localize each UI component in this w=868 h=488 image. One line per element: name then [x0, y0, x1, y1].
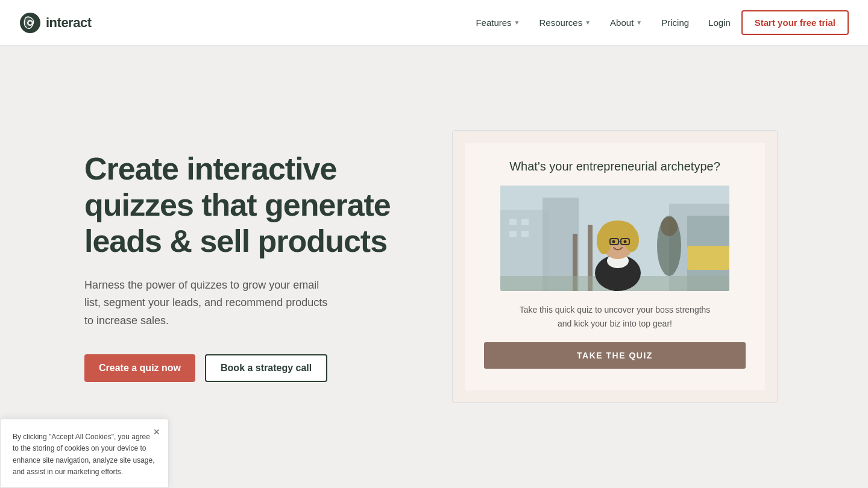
nav-item-features[interactable]: Features ▼ [467, 13, 528, 33]
quiz-card-image [500, 186, 729, 291]
svg-point-27 [624, 240, 627, 243]
nav-item-pricing[interactable]: Pricing [653, 13, 697, 33]
nav-links: Features ▼ Resources ▼ About ▼ Pricing L… [467, 10, 849, 35]
svg-point-26 [612, 240, 615, 243]
hero-copy: Create interactive quizzes that generate… [84, 151, 410, 381]
chevron-down-icon: ▼ [585, 19, 591, 26]
svg-point-3 [29, 21, 32, 24]
cookie-text: By clicking "Accept All Cookies", you ag… [13, 431, 156, 478]
navbar: interact Features ▼ Resources ▼ About ▼ … [0, 0, 868, 45]
chevron-down-icon: ▼ [514, 19, 520, 26]
quiz-image-svg [500, 186, 729, 291]
logo-icon [19, 12, 41, 34]
svg-rect-11 [509, 231, 517, 237]
svg-point-29 [661, 217, 678, 236]
svg-rect-9 [509, 219, 517, 225]
take-quiz-button[interactable]: TAKE THE QUIZ [484, 342, 746, 369]
logo-link[interactable]: interact [19, 12, 91, 34]
cookie-banner: × By clicking "Accept All Cookies", you … [0, 419, 169, 488]
book-call-button[interactable]: Book a strategy call [205, 354, 327, 382]
nav-item-resources[interactable]: Resources ▼ [531, 13, 600, 33]
create-quiz-button[interactable]: Create a quiz now [84, 354, 195, 382]
quiz-card-title: What's your entrepreneurial archetype? [509, 160, 720, 174]
svg-rect-12 [521, 231, 529, 237]
svg-rect-10 [521, 219, 529, 225]
chevron-down-icon: ▼ [636, 19, 642, 26]
nav-item-about[interactable]: About ▼ [602, 13, 650, 33]
hero-subtitle: Harness the power of quizzes to grow you… [84, 277, 338, 330]
quiz-card-description: Take this quick quiz to uncover your bos… [518, 303, 711, 330]
nav-start-trial-button[interactable]: Start your free trial [741, 10, 849, 35]
quiz-card-area: What's your entrepreneurial archetype? [446, 130, 784, 403]
svg-rect-16 [687, 246, 729, 270]
logo-text: interact [46, 15, 91, 31]
hero-title: Create interactive quizzes that generate… [84, 151, 410, 259]
svg-point-21 [597, 228, 611, 254]
quiz-card-outer: What's your entrepreneurial archetype? [452, 130, 778, 403]
cookie-close-button[interactable]: × [153, 427, 160, 437]
quiz-card-inner: What's your entrepreneurial archetype? [465, 143, 765, 390]
svg-point-22 [624, 228, 639, 252]
hero-buttons: Create a quiz now Book a strategy call [84, 354, 410, 382]
nav-item-login[interactable]: Login [700, 13, 739, 33]
